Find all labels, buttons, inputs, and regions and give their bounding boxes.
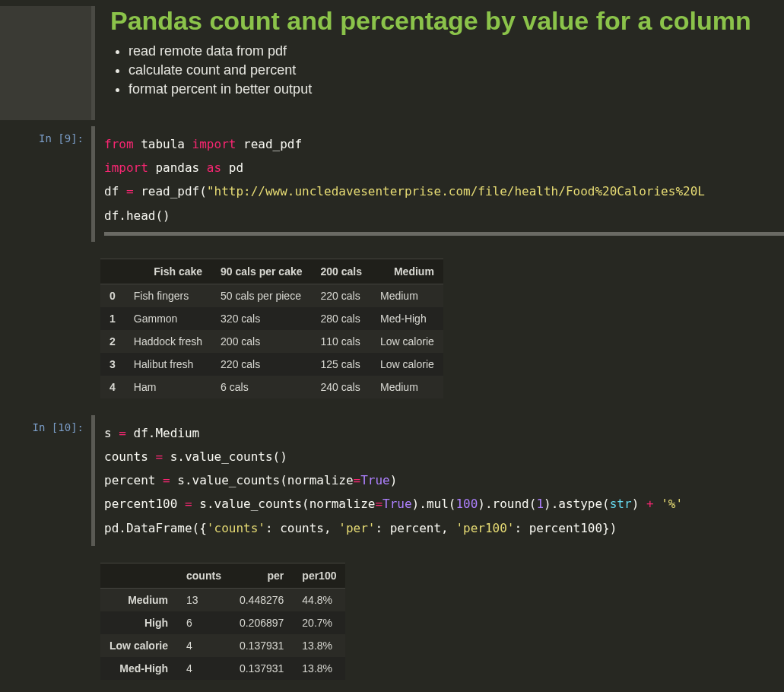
- md-prompt-gutter: [0, 6, 91, 120]
- code-cell-1[interactable]: In [9]: from tabula import read_pdf impo…: [0, 126, 784, 242]
- input-prompt: In [9]:: [0, 126, 91, 242]
- horizontal-scrollbar[interactable]: [104, 232, 784, 236]
- output-cell-2: counts per per100 Medium 13 0.448276 44.…: [0, 552, 784, 690]
- output-prompt-gutter: [0, 248, 91, 409]
- code-editor[interactable]: s = df.Medium counts = s.value_counts() …: [104, 421, 784, 540]
- markdown-cell: Pandas count and percentage by value for…: [0, 6, 784, 120]
- table-row: Low calorie 4 0.137931 13.8%: [100, 634, 345, 657]
- page-title: Pandas count and percentage by value for…: [110, 6, 784, 36]
- table-row: 0 Fish fingers 50 cals per piece 220 cal…: [100, 284, 443, 307]
- table-row: Medium 13 0.448276 44.8%: [100, 588, 345, 611]
- list-item: read remote data from pdf: [129, 43, 784, 59]
- dataframe-output: counts per per100 Medium 13 0.448276 44.…: [100, 563, 345, 680]
- code-editor[interactable]: from tabula import read_pdf import panda…: [104, 132, 784, 227]
- table-row: 4 Ham 6 cals 240 cals Medium: [100, 376, 443, 398]
- code-cell-2[interactable]: In [10]: s = df.Medium counts = s.value_…: [0, 415, 784, 546]
- table-row: Med-High 4 0.137931 13.8%: [100, 657, 345, 680]
- list-item: format percent in better output: [129, 81, 784, 97]
- table-row: High 6 0.206897 20.7%: [100, 611, 345, 634]
- output-cell-1: Fish cake 90 cals per cake 200 cals Medi…: [0, 248, 784, 409]
- input-prompt: In [10]:: [0, 415, 91, 546]
- markdown-list: read remote data from pdf calculate coun…: [110, 43, 784, 97]
- table-row: 3 Halibut fresh 220 cals 125 cals Low ca…: [100, 353, 443, 376]
- output-prompt-gutter: [0, 552, 91, 690]
- dataframe-output: Fish cake 90 cals per cake 200 cals Medi…: [100, 259, 443, 398]
- table-row: 2 Haddock fresh 200 cals 110 cals Low ca…: [100, 330, 443, 353]
- list-item: calculate count and percent: [129, 62, 784, 78]
- table-row: 1 Gammon 320 cals 280 cals Med-High: [100, 307, 443, 330]
